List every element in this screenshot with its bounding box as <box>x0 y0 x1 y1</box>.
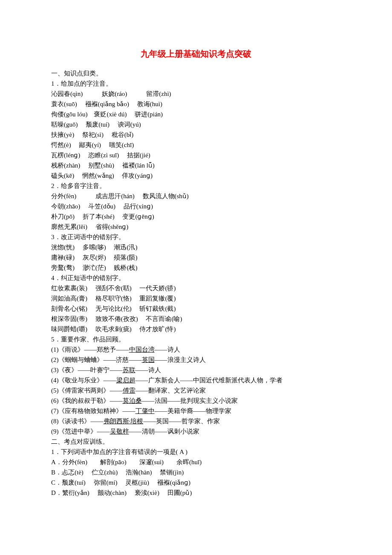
q5-pre: (5)《傅雷家书两则》—— <box>51 387 123 394</box>
q5-pre: (9)《范进中举》—— <box>51 428 110 435</box>
q3-heading: 3．改正词语中的错别字。 <box>51 232 341 242</box>
q3-line: 洸惚(恍) 多嗦(哆) 潮迅(汛) <box>51 242 341 252</box>
q5-pre: (8)《谈读书》—— <box>51 418 104 425</box>
q1-line: 蓑衣(suō) 襁褓(qiǎng bǎo) 教诲(huì) <box>51 99 341 109</box>
q2-line: 朴刀(pō) 折了本(shé) 变更(ɡēnɡ) <box>51 211 341 222</box>
q5-item: (4)《敬业与乐业》——梁启超——广东新会人——中国近代维新派代表人物，学者 <box>51 375 341 385</box>
q5-underline: 苏联 <box>123 367 135 373</box>
q5-post: ——美籍华裔——物理学家 <box>155 408 231 414</box>
q5-pre: (7)《应有格物致知精神》—— <box>51 408 135 414</box>
ex1-option: D．繁衍(yǎn) 颤动(chàn) 亵渎(xiè) 田圃(pǔ) <box>51 488 341 498</box>
ex1-heading: 1．下列词语中加点的字注音有错误的一项是( A ) <box>51 447 341 457</box>
q4-line: 根深帝固(蒂) 致致不倦(孜孜) 不言而谕(喻) <box>51 314 341 324</box>
q4-heading: 4．纠正短语中的错别字。 <box>51 273 341 283</box>
q5-post: ——诗人 <box>135 367 161 373</box>
section-2-heading: 二、考点对应训练。 <box>51 436 341 447</box>
q5-item: (1)《雨说》——郑愁予——中国台湾——诗人 <box>51 344 341 355</box>
q5-heading: 5．重要作家、作品回顾。 <box>51 334 341 344</box>
q1-line: 佝偻(gōu lóu) 褒贬(xiè dú) 骈进(pián) <box>51 109 341 119</box>
q5-post: ——诗人 <box>155 346 180 353</box>
q5-pre: (3)《夜》——叶赛宁—— <box>51 367 123 373</box>
q5-item: (2)《蝈蝈与蛐蛐》——济慈——英国——浪漫主义诗人 <box>51 355 341 365</box>
q5-underline: 梁启超 <box>116 377 135 384</box>
document-title: 九年级上册基础知识考点突破 <box>51 47 341 61</box>
q5-underline: 吴敬梓 <box>110 428 129 435</box>
q5-underline: 弗朗西斯·培根 <box>104 418 144 425</box>
q2-line: 廓然无累(lěi) 省得(shěnɡ) <box>51 222 341 232</box>
q1-line: 聒噪(guō) 颓废(tuí) 谀词(yú) <box>51 119 341 130</box>
q4-line: 红妆素裹(装) 强刮不舍(聒) 一代天娇(骄) <box>51 283 341 293</box>
q5-pre: (1)《雨说》——郑愁予—— <box>51 346 129 353</box>
q5-post: ——广东新会人——中国近代维新派代表人物，学者 <box>135 377 282 384</box>
q5-underline: 傅雷 <box>123 387 135 394</box>
q2-line: 今朝(zhāo) 斗笠(dǒu) 品行(xínɡ) <box>51 201 341 211</box>
q5-item: (8)《谈读书》——弗朗西斯·培根——英国——哲学家、作家 <box>51 416 341 426</box>
q3-line: 旁鹜(骛) 渺汒(茫) 贱桥(栈) <box>51 263 341 273</box>
q5-item: (7)《应有格物致知精神》——丁肇中——美籍华裔——物理学家 <box>51 406 341 416</box>
q4-line: 润如油高(膏) 格尽职守(恪) 重蹈复辙(覆) <box>51 293 341 304</box>
q3-line: 庸禄(碌) 灰尽(烬) 殒落(陨) <box>51 252 341 263</box>
page: 九年级上册基础知识考点突破 一、知识点归类。 1．给加点的字注音。 沁园春(qì… <box>0 0 392 555</box>
q1-line: 扶掖(yè) 祭祀(sì) 秕谷(bǐ) <box>51 130 341 140</box>
q5-post: ——浪漫主义诗人 <box>155 356 206 363</box>
q5-underline: 莫泊桑 <box>123 397 142 404</box>
q5-post: ——翻译家、文艺评论家 <box>135 387 206 394</box>
q5-post: ——英国——哲学家、作家 <box>143 418 220 425</box>
q1-line: 瓦楞(lénɡ) 恣睢(zì suī) 拮据(jié) <box>51 150 341 160</box>
q5-underline: 英国 <box>142 356 155 363</box>
q5-pre: (2)《蝈蝈与蛐蛐》——济慈—— <box>51 356 142 363</box>
q5-post: ——清朝——讽刺小说家 <box>129 428 199 435</box>
q2-heading: 2．给多音字注音。 <box>51 181 341 191</box>
q5-underline: 丁肇中 <box>135 408 155 414</box>
ex1-option: B．忐忑(tè) 伫立(zhù) 浩瀚(hàn) 禁锢(jìn) <box>51 467 341 477</box>
q5-underline: 中国台湾 <box>129 346 155 353</box>
q5-item: (6)《我的叔叔于勒》——莫泊桑——法国——批判现实主义小说家 <box>51 396 341 406</box>
q5-pre: (4)《敬业与乐业》—— <box>51 377 116 384</box>
q2-line: 分外(fèn) 成吉思汗(hán) 数风流人物(shǔ) <box>51 191 341 201</box>
q4-line: 刻骨名心(铭) 无与论比(伦) 斩钉裁铁(截) <box>51 304 341 314</box>
q1-line: 愕然(è) 鄙夷(yí) 嗤笑(chī) <box>51 140 341 150</box>
q5-item: (3)《夜》——叶赛宁——苏联——诗人 <box>51 365 341 375</box>
q5-item: (5)《傅雷家书两则》——傅雷——翻译家、文艺评论家 <box>51 385 341 396</box>
q4-line: 味同爵蜡(嚼) 吹毛求刺(疵) 侍才放旷(恃) <box>51 324 341 334</box>
q1-line: 磕头(kē) 惘然(wǎng) 佯攻(yánɡ) <box>51 171 341 181</box>
ex1-option: C．颓废(tuí) 弥留(mí) 灵柩(jiù) 襁褓(qiǎnɡ) <box>51 477 341 488</box>
q5-post: ——法国——批判现实主义小说家 <box>142 397 238 404</box>
section-1-heading: 一、知识点归类。 <box>51 68 341 78</box>
q5-pre: (6)《我的叔叔于勒》—— <box>51 397 123 404</box>
q5-item: (9)《范进中举》——吴敬梓——清朝——讽刺小说家 <box>51 426 341 436</box>
ex1-option: A．分外(fèn) 解剖(pāo) 深邃(suì) 余晖(huī) <box>51 457 341 467</box>
q1-heading: 1．给加点的字注音。 <box>51 78 341 89</box>
q1-line: 沁园春(qìn) 妖娆(ráo) 留滞(zhì) <box>51 89 341 99</box>
q1-line: 栈桥(zhàn) 别墅(shù) 褴褛(lán lǚ) <box>51 160 341 171</box>
